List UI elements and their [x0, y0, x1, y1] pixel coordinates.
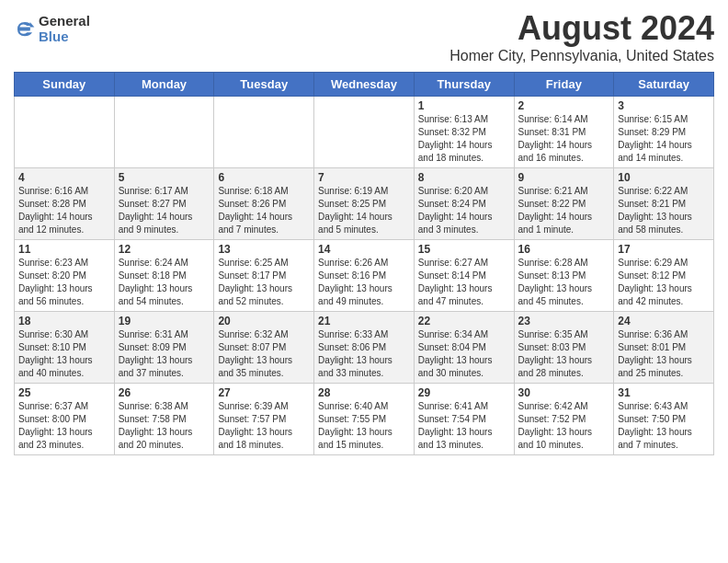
calendar-week-row: 11Sunrise: 6:23 AM Sunset: 8:20 PM Dayli… — [15, 240, 714, 312]
day-info: Sunrise: 6:29 AM Sunset: 8:12 PM Dayligh… — [618, 257, 710, 308]
day-number: 28 — [318, 386, 410, 399]
logo-text: General Blue — [39, 14, 90, 44]
day-number: 20 — [218, 315, 310, 327]
day-number: 9 — [518, 171, 610, 184]
day-number: 1 — [418, 99, 510, 112]
day-info: Sunrise: 6:30 AM Sunset: 8:10 PM Dayligh… — [18, 328, 110, 380]
day-number: 17 — [618, 243, 710, 256]
calendar-cell: 6Sunrise: 6:18 AM Sunset: 8:26 PM Daylig… — [214, 168, 314, 240]
day-info: Sunrise: 6:35 AM Sunset: 8:03 PM Dayligh… — [518, 328, 610, 380]
calendar-day-header: Sunday — [15, 73, 115, 97]
calendar-cell: 3Sunrise: 6:15 AM Sunset: 8:29 PM Daylig… — [614, 97, 714, 168]
calendar-day-header: Thursday — [414, 73, 514, 97]
month-year: August 2024 — [449, 9, 714, 48]
calendar-day-header: Tuesday — [214, 73, 314, 97]
calendar-cell: 17Sunrise: 6:29 AM Sunset: 8:12 PM Dayli… — [614, 240, 714, 312]
calendar-cell: 23Sunrise: 6:35 AM Sunset: 8:03 PM Dayli… — [514, 312, 614, 384]
calendar-cell: 27Sunrise: 6:39 AM Sunset: 7:57 PM Dayli… — [214, 384, 314, 455]
day-info: Sunrise: 6:34 AM Sunset: 8:04 PM Dayligh… — [418, 328, 510, 380]
calendar-cell: 20Sunrise: 6:32 AM Sunset: 8:07 PM Dayli… — [214, 312, 314, 384]
calendar-cell: 21Sunrise: 6:33 AM Sunset: 8:06 PM Dayli… — [314, 312, 415, 384]
calendar-day-header: Wednesday — [314, 73, 415, 97]
day-info: Sunrise: 6:37 AM Sunset: 8:00 PM Dayligh… — [18, 400, 110, 452]
day-info: Sunrise: 6:16 AM Sunset: 8:28 PM Dayligh… — [18, 185, 110, 236]
calendar-cell: 5Sunrise: 6:17 AM Sunset: 8:27 PM Daylig… — [114, 168, 214, 240]
day-info: Sunrise: 6:19 AM Sunset: 8:25 PM Dayligh… — [318, 185, 410, 236]
calendar-week-row: 18Sunrise: 6:30 AM Sunset: 8:10 PM Dayli… — [15, 312, 714, 384]
day-info: Sunrise: 6:39 AM Sunset: 7:57 PM Dayligh… — [218, 400, 310, 452]
day-number: 4 — [18, 171, 110, 184]
day-info: Sunrise: 6:28 AM Sunset: 8:13 PM Dayligh… — [518, 257, 610, 308]
calendar-cell: 29Sunrise: 6:41 AM Sunset: 7:54 PM Dayli… — [414, 384, 514, 455]
logo: General Blue — [14, 14, 90, 44]
calendar-cell: 2Sunrise: 6:14 AM Sunset: 8:31 PM Daylig… — [514, 97, 614, 168]
day-number: 2 — [518, 99, 610, 112]
day-info: Sunrise: 6:21 AM Sunset: 8:22 PM Dayligh… — [518, 185, 610, 236]
day-info: Sunrise: 6:41 AM Sunset: 7:54 PM Dayligh… — [418, 400, 510, 452]
day-number: 26 — [119, 386, 210, 399]
calendar-cell: 26Sunrise: 6:38 AM Sunset: 7:58 PM Dayli… — [114, 384, 214, 455]
day-number: 14 — [318, 243, 410, 256]
day-info: Sunrise: 6:43 AM Sunset: 7:50 PM Dayligh… — [618, 400, 710, 452]
day-number: 30 — [518, 386, 610, 399]
calendar-cell: 8Sunrise: 6:20 AM Sunset: 8:24 PM Daylig… — [414, 168, 514, 240]
day-number: 7 — [318, 171, 410, 184]
day-info: Sunrise: 6:36 AM Sunset: 8:01 PM Dayligh… — [618, 328, 710, 380]
day-number: 25 — [18, 386, 110, 399]
day-number: 31 — [618, 386, 710, 399]
day-info: Sunrise: 6:17 AM Sunset: 8:27 PM Dayligh… — [119, 185, 210, 236]
location: Homer City, Pennsylvania, United States — [449, 48, 714, 64]
calendar-cell: 19Sunrise: 6:31 AM Sunset: 8:09 PM Dayli… — [114, 312, 214, 384]
calendar-week-row: 1Sunrise: 6:13 AM Sunset: 8:32 PM Daylig… — [15, 97, 714, 168]
calendar-cell: 16Sunrise: 6:28 AM Sunset: 8:13 PM Dayli… — [514, 240, 614, 312]
day-info: Sunrise: 6:13 AM Sunset: 8:32 PM Dayligh… — [418, 113, 510, 165]
day-number: 10 — [618, 171, 710, 184]
day-info: Sunrise: 6:15 AM Sunset: 8:29 PM Dayligh… — [618, 113, 710, 165]
calendar-cell: 13Sunrise: 6:25 AM Sunset: 8:17 PM Dayli… — [214, 240, 314, 312]
day-info: Sunrise: 6:20 AM Sunset: 8:24 PM Dayligh… — [418, 185, 510, 236]
calendar-day-header: Saturday — [614, 73, 714, 97]
day-number: 24 — [618, 315, 710, 327]
day-info: Sunrise: 6:22 AM Sunset: 8:21 PM Dayligh… — [618, 185, 710, 236]
calendar-cell — [314, 97, 415, 168]
day-info: Sunrise: 6:40 AM Sunset: 7:55 PM Dayligh… — [318, 400, 410, 452]
day-number: 22 — [418, 315, 510, 327]
day-info: Sunrise: 6:38 AM Sunset: 7:58 PM Dayligh… — [119, 400, 210, 452]
day-number: 21 — [318, 315, 410, 327]
header: General Blue August 2024 Homer City, Pen… — [14, 9, 714, 64]
day-number: 16 — [518, 243, 610, 256]
day-number: 19 — [119, 315, 210, 327]
logo-general: General — [39, 14, 90, 29]
day-number: 11 — [18, 243, 110, 256]
calendar-day-header: Monday — [114, 73, 214, 97]
day-info: Sunrise: 6:18 AM Sunset: 8:26 PM Dayligh… — [218, 185, 310, 236]
day-info: Sunrise: 6:23 AM Sunset: 8:20 PM Dayligh… — [18, 257, 110, 308]
day-info: Sunrise: 6:33 AM Sunset: 8:06 PM Dayligh… — [318, 328, 410, 380]
calendar-header-row: SundayMondayTuesdayWednesdayThursdayFrid… — [15, 73, 714, 97]
calendar-cell: 30Sunrise: 6:42 AM Sunset: 7:52 PM Dayli… — [514, 384, 614, 455]
day-info: Sunrise: 6:25 AM Sunset: 8:17 PM Dayligh… — [218, 257, 310, 308]
day-number: 29 — [418, 386, 510, 399]
logo-icon — [14, 18, 36, 40]
calendar-cell: 25Sunrise: 6:37 AM Sunset: 8:00 PM Dayli… — [15, 384, 115, 455]
calendar-cell: 15Sunrise: 6:27 AM Sunset: 8:14 PM Dayli… — [414, 240, 514, 312]
day-info: Sunrise: 6:26 AM Sunset: 8:16 PM Dayligh… — [318, 257, 410, 308]
calendar-cell: 12Sunrise: 6:24 AM Sunset: 8:18 PM Dayli… — [114, 240, 214, 312]
day-number: 27 — [218, 386, 310, 399]
day-info: Sunrise: 6:31 AM Sunset: 8:09 PM Dayligh… — [119, 328, 210, 380]
day-number: 23 — [518, 315, 610, 327]
day-info: Sunrise: 6:42 AM Sunset: 7:52 PM Dayligh… — [518, 400, 610, 452]
calendar-cell — [15, 97, 115, 168]
day-number: 3 — [618, 99, 710, 112]
logo-blue: Blue — [39, 29, 90, 45]
calendar-cell: 9Sunrise: 6:21 AM Sunset: 8:22 PM Daylig… — [514, 168, 614, 240]
calendar-cell: 7Sunrise: 6:19 AM Sunset: 8:25 PM Daylig… — [314, 168, 415, 240]
day-info: Sunrise: 6:32 AM Sunset: 8:07 PM Dayligh… — [218, 328, 310, 380]
day-info: Sunrise: 6:24 AM Sunset: 8:18 PM Dayligh… — [119, 257, 210, 308]
day-number: 12 — [119, 243, 210, 256]
calendar-week-row: 25Sunrise: 6:37 AM Sunset: 8:00 PM Dayli… — [15, 384, 714, 455]
calendar-cell: 31Sunrise: 6:43 AM Sunset: 7:50 PM Dayli… — [614, 384, 714, 455]
day-number: 5 — [119, 171, 210, 184]
calendar-week-row: 4Sunrise: 6:16 AM Sunset: 8:28 PM Daylig… — [15, 168, 714, 240]
calendar-cell — [214, 97, 314, 168]
